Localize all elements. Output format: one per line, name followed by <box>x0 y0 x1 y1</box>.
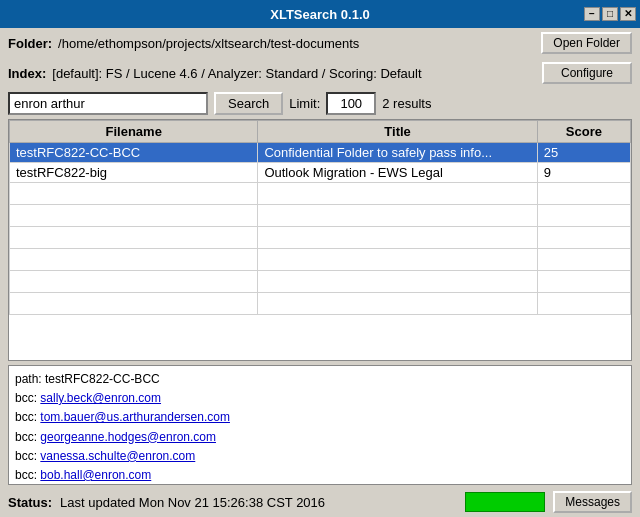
results-table: Filename Title Score testRFC822-CC-BCCCo… <box>9 120 631 315</box>
detail-email-link[interactable]: vanessa.schulte@enron.com <box>40 449 195 463</box>
search-input[interactable] <box>8 92 208 115</box>
messages-button[interactable]: Messages <box>553 491 632 513</box>
table-empty-row <box>10 249 631 271</box>
results-count: 2 results <box>382 96 431 111</box>
app-title: XLTSearch 0.1.0 <box>270 7 369 22</box>
search-button[interactable]: Search <box>214 92 283 115</box>
limit-label: Limit: <box>289 96 320 111</box>
index-row: Index: [default]: FS / Lucene 4.6 / Anal… <box>0 58 640 88</box>
index-value: [default]: FS / Lucene 4.6 / Analyzer: S… <box>52 66 536 81</box>
progress-bar <box>465 492 545 512</box>
table-empty-row <box>10 227 631 249</box>
detail-line: bcc: georgeanne.hodges@enron.com <box>15 428 625 447</box>
detail-email-link[interactable]: tom.bauer@us.arthurandersen.com <box>40 410 230 424</box>
results-table-container: Filename Title Score testRFC822-CC-BCCCo… <box>8 119 632 361</box>
col-header-title: Title <box>258 121 537 143</box>
folder-row: Folder: /home/ethompson/projects/xltsear… <box>0 28 640 58</box>
index-label: Index: <box>8 66 46 81</box>
table-row[interactable]: testRFC822-CC-BCCConfidential Folder to … <box>10 143 631 163</box>
main-content: Folder: /home/ethompson/projects/xltsear… <box>0 28 640 517</box>
title-bar: XLTSearch 0.1.0 − □ ✕ <box>0 0 640 28</box>
folder-label: Folder: <box>8 36 52 51</box>
detail-line: bcc: bob.hall@enron.com <box>15 466 625 485</box>
open-folder-button[interactable]: Open Folder <box>541 32 632 54</box>
detail-line: bcc: vanessa.schulte@enron.com <box>15 447 625 466</box>
minimize-button[interactable]: − <box>584 7 600 21</box>
detail-email-link[interactable]: georgeanne.hodges@enron.com <box>40 430 216 444</box>
col-header-score: Score <box>537 121 630 143</box>
status-label: Status: <box>8 495 52 510</box>
folder-value: /home/ethompson/projects/xltsearch/test-… <box>58 36 535 51</box>
maximize-button[interactable]: □ <box>602 7 618 21</box>
detail-line: bcc: tom.bauer@us.arthurandersen.com <box>15 408 625 427</box>
table-row[interactable]: testRFC822-bigOutlook Migration - EWS Le… <box>10 163 631 183</box>
cell-filename: testRFC822-big <box>10 163 258 183</box>
search-toolbar: Search Limit: 2 results <box>0 88 640 119</box>
cell-title: Confidential Folder to safely pass info.… <box>258 143 537 163</box>
configure-button[interactable]: Configure <box>542 62 632 84</box>
detail-email-link[interactable]: bob.hall@enron.com <box>40 468 151 482</box>
col-header-filename: Filename <box>10 121 258 143</box>
close-button[interactable]: ✕ <box>620 7 636 21</box>
window-controls: − □ ✕ <box>584 7 636 21</box>
limit-input[interactable] <box>326 92 376 115</box>
detail-line: bcc: sally.beck@enron.com <box>15 389 625 408</box>
cell-filename: testRFC822-CC-BCC <box>10 143 258 163</box>
table-empty-row <box>10 183 631 205</box>
table-header-row: Filename Title Score <box>10 121 631 143</box>
table-empty-row <box>10 271 631 293</box>
table-empty-row <box>10 293 631 315</box>
detail-panel: path: testRFC822-CC-BCCbcc: sally.beck@e… <box>8 365 632 485</box>
status-bar: Status: Last updated Mon Nov 21 15:26:38… <box>0 487 640 517</box>
cell-score: 25 <box>537 143 630 163</box>
detail-line: path: testRFC822-CC-BCC <box>15 370 625 389</box>
detail-email-link[interactable]: sally.beck@enron.com <box>40 391 161 405</box>
status-text: Last updated Mon Nov 21 15:26:38 CST 201… <box>60 495 457 510</box>
cell-score: 9 <box>537 163 630 183</box>
table-empty-row <box>10 205 631 227</box>
cell-title: Outlook Migration - EWS Legal <box>258 163 537 183</box>
